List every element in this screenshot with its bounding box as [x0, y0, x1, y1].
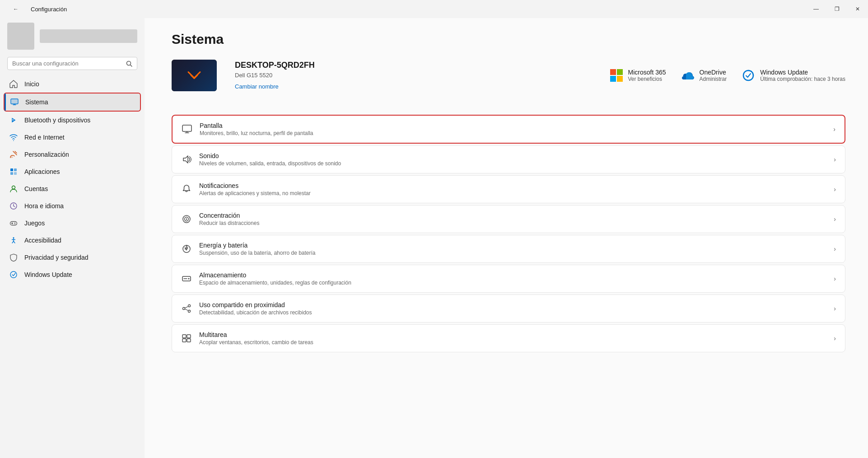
settings-item-pantalla[interactable]: Pantalla Monitores, brillo, luz nocturna…	[172, 115, 845, 144]
sidebar-item-privacidad[interactable]: Privacidad y seguridad	[4, 249, 141, 266]
pantalla-arrow: ›	[833, 126, 835, 133]
svg-line-26	[12, 241, 14, 243]
search-box[interactable]	[7, 57, 137, 70]
sidebar-item-juegos[interactable]: Juegos	[4, 215, 141, 232]
svg-rect-18	[10, 222, 17, 225]
sonido-arrow: ›	[834, 156, 836, 163]
sidebar-label-hora: Hora e idioma	[24, 202, 64, 210]
multitarea-title: Multitarea	[199, 331, 826, 338]
back-button[interactable]: ←	[5, 0, 26, 18]
svg-point-46	[188, 305, 191, 307]
juegos-icon	[9, 219, 18, 228]
multitarea-desc: Acoplar ventanas, escritorios, cambio de…	[199, 339, 826, 346]
ms365-link[interactable]: Microsoft 365 Ver beneficios	[609, 68, 666, 83]
energia-icon	[181, 243, 192, 254]
multitarea-icon	[181, 333, 192, 344]
sidebar-item-sistema[interactable]: Sistema	[4, 93, 141, 112]
energia-title: Energía y batería	[199, 242, 826, 249]
notificaciones-arrow: ›	[834, 186, 836, 193]
windowsupdate-title: Windows Update	[760, 69, 845, 76]
onedrive-title: OneDrive	[700, 69, 727, 76]
notificaciones-icon	[181, 184, 192, 195]
svg-line-9	[15, 151, 17, 153]
onedrive-link[interactable]: OneDrive Administrar	[681, 68, 727, 83]
pantalla-title: Pantalla	[200, 122, 826, 129]
search-input[interactable]	[12, 60, 122, 67]
minimize-button[interactable]: —	[806, 0, 826, 18]
settings-item-almacenamiento[interactable]: Almacenamiento Espacio de almacenamiento…	[172, 265, 845, 293]
compartido-icon	[181, 303, 192, 314]
sidebar-label-juegos: Juegos	[24, 220, 45, 227]
svg-rect-11	[14, 168, 17, 171]
rename-link[interactable]: Cambiar nombre	[235, 83, 279, 90]
titlebar-controls: — ❐ ✕	[806, 0, 868, 18]
multitarea-text: Multitarea Acoplar ventanas, escritorios…	[199, 331, 826, 346]
almacenamiento-arrow: ›	[834, 275, 836, 282]
titlebar-title: Configuración	[31, 6, 67, 13]
settings-item-concentracion[interactable]: Concentración Reducir las distracciones …	[172, 205, 845, 233]
compartido-arrow: ›	[834, 305, 836, 312]
windowsupdate-header-icon	[741, 68, 756, 83]
sidebar-item-inicio[interactable]: Inicio	[4, 75, 141, 93]
svg-rect-51	[182, 335, 186, 338]
almacenamiento-text: Almacenamiento Espacio de almacenamiento…	[199, 271, 826, 286]
windowsupdate-link[interactable]: Windows Update Última comprobación: hace…	[741, 68, 845, 83]
sidebar-item-windowsupdate[interactable]: Windows Update	[4, 266, 141, 283]
device-name: DESKTOP-5QRD2FH	[235, 61, 591, 70]
svg-point-14	[12, 186, 15, 189]
sonido-text: Sonido Niveles de volumen, salida, entra…	[199, 152, 826, 167]
sidebar-label-windowsupdate: Windows Update	[24, 271, 72, 278]
profile-area	[0, 18, 145, 57]
sidebar-label-red: Red e Internet	[24, 134, 65, 141]
maximize-button[interactable]: ❐	[826, 0, 847, 18]
sidebar-nav: Inicio Sistema	[0, 75, 145, 283]
svg-rect-13	[14, 172, 17, 175]
main-content: Sistema DESKTOP-5QRD2FH Dell G15 5520 Ca…	[145, 18, 868, 458]
settings-item-energia[interactable]: Energía y batería Suspensión, uso de la …	[172, 235, 845, 263]
device-info: DESKTOP-5QRD2FH Dell G15 5520 Cambiar no…	[235, 61, 591, 90]
settings-item-compartido[interactable]: Uso compartido en proximidad Detectabili…	[172, 294, 845, 322]
svg-rect-3	[11, 99, 18, 103]
sidebar-item-hora[interactable]: Hora e idioma	[4, 197, 141, 215]
device-preview	[172, 60, 217, 91]
svg-rect-10	[10, 168, 13, 171]
sonido-desc: Niveles de volumen, salida, entrada, dis…	[199, 160, 826, 167]
settings-item-sonido[interactable]: Sonido Niveles de volumen, salida, entra…	[172, 145, 845, 173]
svg-rect-29	[610, 69, 616, 75]
svg-line-8	[13, 151, 17, 155]
pantalla-icon	[182, 124, 192, 135]
sidebar-item-red[interactable]: Red e Internet	[4, 129, 141, 146]
settings-item-multitarea[interactable]: Multitarea Acoplar ventanas, escritorios…	[172, 324, 845, 352]
notificaciones-title: Notificaciones	[199, 182, 826, 189]
sidebar-item-bluetooth[interactable]: Bluetooth y dispositivos	[4, 112, 141, 129]
energia-text: Energía y batería Suspensión, uso de la …	[199, 242, 826, 256]
svg-point-48	[188, 310, 191, 313]
bluetooth-icon	[9, 116, 18, 125]
concentracion-arrow: ›	[834, 215, 836, 223]
almacenamiento-desc: Espacio de almacenamiento, unidades, reg…	[199, 280, 826, 286]
sidebar-item-accesibilidad[interactable]: Accesibilidad	[4, 232, 141, 249]
settings-list: Pantalla Monitores, brillo, luz nocturna…	[172, 115, 845, 352]
titlebar: ← Configuración — ❐ ✕	[0, 0, 868, 18]
svg-rect-53	[182, 339, 186, 342]
windowsupdate-sub: Última comprobación: hace 3 horas	[760, 76, 845, 82]
almacenamiento-title: Almacenamiento	[199, 271, 826, 279]
apps-icon	[9, 167, 18, 176]
energia-desc: Suspensión, uso de la batería, ahorro de…	[199, 250, 826, 256]
svg-point-47	[183, 308, 185, 310]
sidebar-label-bluetooth: Bluetooth y dispositivos	[24, 117, 90, 124]
concentracion-desc: Reducir las distracciones	[199, 220, 826, 226]
active-indicator	[5, 93, 6, 111]
onedrive-text: OneDrive Administrar	[700, 69, 727, 82]
sidebar-item-cuentas[interactable]: Cuentas	[4, 180, 141, 197]
sidebar-item-personalizacion[interactable]: Personalización	[4, 146, 141, 163]
sistema-icon	[10, 98, 19, 107]
concentracion-icon	[181, 214, 192, 224]
settings-item-notificaciones[interactable]: Notificaciones Alertas de aplicaciones y…	[172, 175, 845, 203]
notificaciones-text: Notificaciones Alertas de aplicaciones y…	[199, 182, 826, 196]
ms365-sub: Ver beneficios	[628, 76, 666, 82]
sidebar: Inicio Sistema	[0, 18, 145, 458]
svg-marker-37	[183, 156, 188, 163]
close-button[interactable]: ✕	[847, 0, 868, 18]
sidebar-item-aplicaciones[interactable]: Aplicaciones	[4, 163, 141, 180]
